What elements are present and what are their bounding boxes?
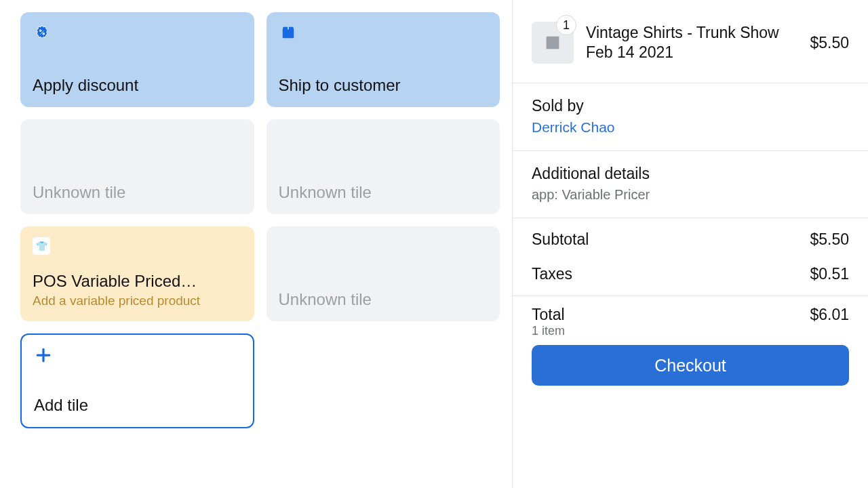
- variable-priced-tile[interactable]: 👕 POS Variable Priced… Add a variable pr…: [20, 226, 254, 321]
- discount-icon: [33, 23, 52, 42]
- total-row: Total 1 item $6.01: [513, 296, 868, 345]
- staff-link[interactable]: Derrick Chao: [532, 119, 849, 136]
- checkout-button[interactable]: Checkout: [532, 345, 849, 386]
- add-tile-button[interactable]: Add tile: [20, 333, 254, 428]
- sold-by-section[interactable]: Sold by Derrick Chao: [513, 83, 868, 151]
- image-placeholder-icon: [543, 33, 562, 52]
- total-value: $6.01: [810, 306, 849, 324]
- item-thumbnail: 1: [532, 22, 574, 64]
- taxes-value: $0.51: [810, 265, 849, 283]
- apply-discount-tile[interactable]: Apply discount: [20, 12, 254, 107]
- subtotal-value: $5.50: [810, 230, 849, 249]
- additional-details-label: Additional details: [532, 165, 849, 183]
- cart-line-item[interactable]: 1 Vintage Shirts - Trunk Show Feb 14 202…: [513, 0, 868, 83]
- quantity-badge: 1: [556, 15, 576, 35]
- item-price: $5.50: [810, 34, 849, 52]
- box-icon: [279, 23, 298, 42]
- item-name: Vintage Shirts - Trunk Show Feb 14 2021: [586, 23, 797, 62]
- unknown-tile[interactable]: Unknown tile: [20, 119, 254, 214]
- tile-subtitle: Add a variable priced product: [33, 293, 242, 309]
- tile-title: POS Variable Priced…: [33, 272, 242, 291]
- plus-icon: [34, 346, 53, 365]
- additional-details-value: app: Variable Pricer: [532, 187, 849, 203]
- tile-label: Ship to customer: [279, 76, 488, 95]
- tile-label: Apply discount: [33, 76, 242, 95]
- total-items: 1 item: [532, 324, 565, 338]
- unknown-tile[interactable]: Unknown tile: [267, 226, 500, 321]
- svg-point-0: [549, 39, 551, 41]
- total-label: Total: [532, 306, 565, 324]
- app-icon: 👕: [33, 237, 50, 255]
- subtotal-label: Subtotal: [532, 230, 589, 249]
- taxes-label: Taxes: [532, 265, 572, 283]
- tile-label: Unknown tile: [279, 183, 488, 202]
- cart-panel: 1 Vintage Shirts - Trunk Show Feb 14 202…: [512, 0, 868, 488]
- tile-label: Unknown tile: [33, 183, 242, 202]
- taxes-row[interactable]: Taxes $0.51: [513, 261, 868, 296]
- tile-grid: Apply discount Ship to customer Unknown …: [0, 0, 512, 488]
- additional-details-section[interactable]: Additional details app: Variable Pricer: [513, 151, 868, 218]
- unknown-tile[interactable]: Unknown tile: [267, 119, 500, 214]
- sold-by-label: Sold by: [532, 97, 849, 115]
- subtotal-row: Subtotal $5.50: [513, 218, 868, 261]
- tile-label: Unknown tile: [279, 290, 488, 309]
- tile-label: Add tile: [34, 396, 241, 415]
- ship-to-customer-tile[interactable]: Ship to customer: [267, 12, 500, 107]
